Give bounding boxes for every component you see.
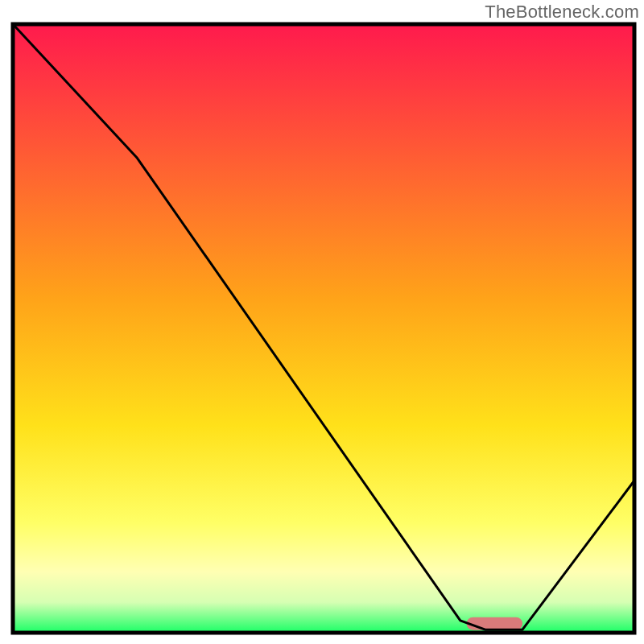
bottleneck-plot: [0, 0, 644, 644]
chart-container: TheBottleneck.com: [0, 0, 644, 644]
watermark-text: TheBottleneck.com: [485, 2, 639, 23]
gradient-background: [13, 24, 634, 633]
optimal-marker: [467, 617, 522, 630]
